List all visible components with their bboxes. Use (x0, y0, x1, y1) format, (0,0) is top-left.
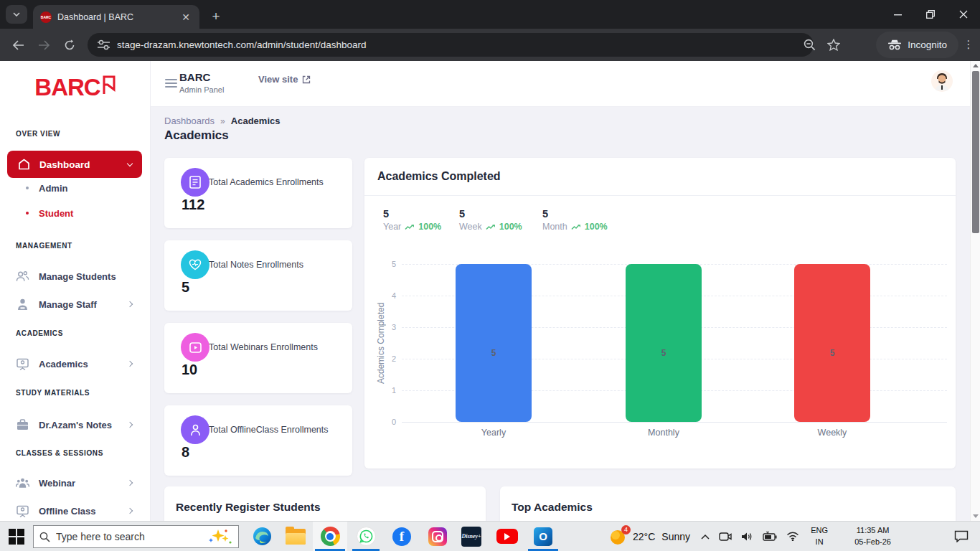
y-tick: 2 (364, 354, 396, 363)
sidebar-item-manage-students[interactable]: Manage Students (16, 267, 142, 286)
x-axis-category: Weekly (794, 428, 870, 438)
url-bar[interactable]: stage-drazam.knewtontech.com/admin/stude… (88, 33, 814, 57)
weather-temp: 22°C (633, 531, 655, 542)
trend-up-icon (405, 224, 415, 230)
taskbar-youtube[interactable] (490, 522, 524, 551)
scrollbar-down-arrow[interactable] (973, 514, 979, 518)
battery-icon[interactable] (763, 532, 777, 541)
x-axis-category: Monthly (626, 428, 702, 438)
sidebar-item-dashboard[interactable]: Dashboard (7, 151, 142, 178)
window-restore-button[interactable] (914, 0, 947, 29)
sidebar-item-dr-azams-notes[interactable]: Dr.Azam's Notes (16, 415, 142, 434)
outlook-icon: O (534, 527, 552, 546)
reload-button[interactable] (59, 34, 80, 56)
back-arrow-icon (12, 40, 24, 50)
bullet-icon (26, 212, 29, 215)
tab-list-chevron-button[interactable] (6, 5, 27, 24)
start-button[interactable] (9, 529, 24, 545)
sidebar-item-student[interactable]: Student (26, 204, 141, 222)
monitor-icon (16, 505, 29, 517)
taskbar-chrome[interactable] (313, 522, 347, 551)
bar-yearly[interactable]: 5 (456, 264, 532, 422)
user-avatar[interactable] (931, 70, 953, 92)
sidebar-item-label: Student (39, 208, 73, 219)
breadcrumb-dashboards[interactable]: Dashboards (164, 116, 215, 126)
chevron-down-icon (13, 12, 20, 17)
stat-card-offlineclass-enrollments: Total OfflineClass Enrollments 8 (164, 405, 352, 476)
wifi-icon[interactable] (786, 532, 799, 541)
zoom-button[interactable] (799, 35, 819, 55)
avatar-illustration (933, 72, 951, 90)
back-button[interactable] (7, 34, 29, 56)
window-minimize-button[interactable] (881, 0, 914, 29)
y-tick: 4 (364, 291, 396, 300)
incognito-icon (887, 39, 902, 50)
sidebar-section-management: MANAGEMENT (16, 242, 72, 250)
sidebar-item-label: Manage Staff (39, 299, 97, 310)
stat-label: Week (459, 222, 482, 232)
browser-tab[interactable]: BARC Dashboard | BARC ✕ (33, 5, 199, 29)
chevron-right-icon (127, 301, 133, 307)
menu-toggle-button[interactable] (165, 77, 177, 90)
tab-close-icon[interactable]: ✕ (179, 11, 192, 24)
taskbar-disney-plus[interactable]: Disney+ (454, 522, 489, 551)
bar-value-label: 5 (661, 348, 666, 358)
action-center-button[interactable] (954, 522, 969, 551)
search-input[interactable] (56, 531, 201, 542)
logo-text: BARC (34, 74, 100, 100)
taskbar-edge[interactable] (245, 522, 279, 551)
logo-arrow-glyph (102, 75, 116, 95)
new-tab-button[interactable]: + (207, 7, 225, 26)
file-explorer-icon (286, 529, 306, 545)
view-site-link[interactable]: View site (258, 74, 311, 85)
star-icon (827, 39, 840, 51)
stat-percent: 100% (418, 222, 441, 232)
chrome-icon (321, 527, 340, 546)
taskbar-file-explorer[interactable] (278, 522, 313, 551)
volume-icon[interactable] (741, 532, 753, 542)
bar-monthly[interactable]: 5 (626, 264, 702, 422)
top-academics-title: Top Academics (512, 501, 593, 514)
clock-widget[interactable]: 11:35 AM05-Feb-26 (854, 522, 891, 551)
scrollbar-thumb[interactable] (972, 71, 979, 233)
taskbar-search[interactable] (33, 525, 239, 548)
forward-button[interactable] (33, 34, 55, 56)
lang-region: IN (811, 537, 828, 548)
sidebar-item-admin[interactable]: Admin (26, 179, 141, 197)
browser-menu-button[interactable]: ⋮ (960, 36, 977, 53)
stat-value: 5 (182, 279, 189, 296)
page-scrollbar[interactable] (970, 61, 980, 521)
breadcrumb: Dashboards » Academics (164, 116, 280, 126)
sidebar-section-overview: OVER VIEW (16, 130, 60, 138)
taskbar-instagram[interactable] (420, 522, 455, 551)
sidebar-item-offline-class[interactable]: Offline Class (16, 501, 142, 520)
sidebar-item-manage-staff[interactable]: Manage Staff (16, 295, 142, 314)
sidebar-item-webinar[interactable]: Webinar (16, 474, 142, 492)
meet-now-icon[interactable] (719, 532, 732, 542)
incognito-badge[interactable]: Incognito (876, 32, 958, 58)
taskbar-facebook[interactable]: f (385, 522, 419, 551)
weather-widget[interactable]: 4 22°C Sunny (609, 522, 690, 551)
x-axis-line (402, 422, 947, 423)
bookmark-button[interactable] (824, 35, 844, 55)
chevron-right-icon (127, 361, 133, 367)
window-close-button[interactable] (947, 0, 980, 29)
app-logo[interactable]: BARC (0, 74, 151, 101)
taskbar-whatsapp[interactable] (349, 522, 383, 551)
taskbar-outlook[interactable]: O (526, 522, 560, 551)
zoom-magnifier-icon (804, 39, 816, 51)
url-text[interactable]: stage-drazam.knewtontech.com/admin/stude… (117, 39, 366, 50)
sidebar-item-label: Webinar (39, 478, 75, 489)
site-settings-icon (98, 39, 110, 50)
bar-weekly[interactable]: 5 (794, 264, 870, 422)
group-icon (16, 477, 29, 489)
page-title: Academics (164, 128, 229, 143)
brand-name: BARC (179, 71, 224, 83)
stat-icon-circle (181, 250, 209, 279)
scrollbar-up-arrow[interactable] (973, 64, 979, 67)
sidebar-item-academics[interactable]: Academics (16, 354, 142, 373)
language-indicator[interactable]: ENGIN (811, 522, 828, 551)
weather-desc: Sunny (661, 531, 690, 542)
hidden-icons-chevron[interactable] (701, 534, 710, 540)
sidebar-item-label: Academics (39, 359, 88, 369)
